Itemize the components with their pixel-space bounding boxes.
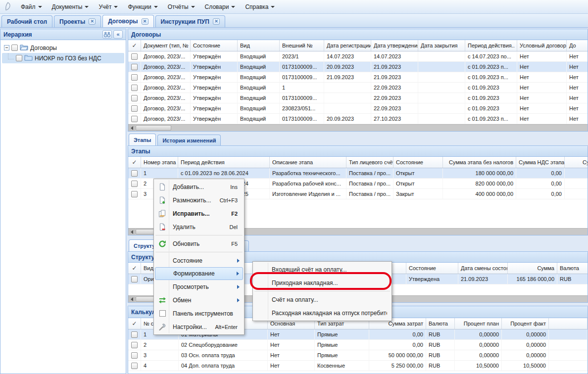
menu-item-delete[interactable]: УдалитьDel [155, 220, 243, 234]
menu-item-refresh[interactable]: ОбновитьF5 [155, 237, 243, 250]
row-checkbox[interactable] [131, 276, 138, 282]
search-icon[interactable] [102, 30, 112, 39]
column-header[interactable]: ✓ [128, 40, 141, 51]
column-header[interactable]: Внешний № [280, 40, 324, 51]
menu-item-clone[interactable]: Размножить...Ctrl+F3 [155, 193, 243, 207]
menubar-item-3[interactable]: Функции [123, 2, 162, 12]
column-header[interactable]: Номер этапа [141, 157, 178, 168]
menubar-item-5[interactable]: Словари [200, 2, 241, 12]
tree-expander-icon[interactable] [4, 45, 9, 50]
row-checkbox[interactable] [131, 105, 138, 112]
row-checkbox[interactable] [131, 74, 138, 81]
row-checkbox[interactable] [131, 85, 138, 91]
column-header[interactable]: Дата смены состоя [458, 263, 508, 274]
row-checkbox[interactable] [131, 181, 138, 187]
menu-item-generate[interactable]: Формирование [155, 267, 243, 280]
table-row[interactable]: Договор, 2023/...УтверждёнВходящий2023/1… [128, 51, 588, 62]
menu-item-add[interactable]: Добавить...Ins [155, 180, 243, 193]
menu-item-receipt-note[interactable]: Приходная накладная... [254, 276, 391, 289]
menu-item-settings[interactable]: Настройки...Alt+Enter [155, 320, 243, 333]
row-checkbox[interactable] [131, 64, 138, 70]
row-checkbox[interactable] [131, 95, 138, 101]
column-header[interactable]: Вид [238, 40, 280, 51]
menu-item-incoming-invoice[interactable]: Входящий счёт на оплату... [254, 263, 391, 276]
tree-checkbox[interactable] [11, 45, 18, 51]
horizontal-scrollbar[interactable] [128, 124, 588, 131]
menu-item-view[interactable]: Просмотреть [155, 280, 243, 293]
table-row[interactable]: 303 Осн. оплата трудаНетПрямые50 000 000… [128, 350, 588, 361]
column-header[interactable]: Период действия.. [465, 40, 517, 51]
column-header[interactable]: Валюта [426, 318, 455, 329]
menubar-item-6[interactable]: Справка [240, 2, 280, 12]
table-row[interactable]: Договор, 2023/...УтверждёнВходящий017310… [128, 93, 588, 103]
table-row[interactable]: Договор, 2023/...УтверждёнВходящий017310… [128, 72, 588, 83]
table-row[interactable]: 1с 01.09.2023 по 28.06.2024Разработка те… [128, 168, 588, 179]
table-row[interactable]: Договор, 2023/...УтверждёнВходящий230823… [128, 103, 588, 114]
column-header[interactable]: Период действия [178, 157, 270, 168]
tab-close-icon[interactable]: ✕ [89, 18, 96, 25]
tree-node-niokr[interactable]: НИОКР по ГОЗ без НДС [2, 53, 124, 63]
column-header[interactable]: Дата закрытия [418, 40, 465, 51]
column-header[interactable]: Дата регистрации. [324, 40, 371, 51]
tab-close-icon[interactable]: ✕ [142, 18, 148, 25]
column-header[interactable]: До [567, 40, 588, 51]
tab-2[interactable]: Договоры✕ [102, 15, 153, 27]
column-header[interactable]: Состояние [393, 157, 443, 168]
menubar-item-2[interactable]: Учёт [94, 2, 123, 12]
column-header[interactable]: Сумма НДС этапа [516, 157, 565, 168]
tab-history[interactable]: История изменений [157, 135, 221, 145]
table-row[interactable]: 202 СпецоборудованиеНетПрямые0,00RUB0,00… [128, 340, 588, 350]
scroll-left-icon[interactable] [128, 125, 135, 131]
scroll-left-icon[interactable] [128, 296, 135, 302]
column-header[interactable]: Сумма этапа без налогов [443, 157, 516, 168]
column-header[interactable]: Описание этапа [270, 157, 346, 168]
row-checkbox[interactable] [131, 363, 138, 369]
column-header[interactable]: ✓ [128, 157, 141, 168]
table-row[interactable]: Договор, 2023/...УтверждёнВходящий122.09… [128, 83, 588, 93]
column-header[interactable]: ✓ [128, 263, 141, 274]
menu-item-expense-note[interactable]: Расходная накладная на отпуск потребител… [254, 306, 391, 320]
table-row[interactable]: Договор, 2023/...УтверждёнВходящий017310… [128, 62, 588, 72]
column-header[interactable]: Дата утверждения [371, 40, 418, 51]
row-checkbox[interactable] [131, 191, 138, 197]
row-checkbox[interactable] [131, 352, 138, 359]
table-row[interactable]: 404 Доп. оплата трудаНетКосвенные5 250 0… [128, 361, 588, 371]
tab-close-icon[interactable]: ✕ [213, 18, 220, 25]
menubar-item-0[interactable]: Файл [16, 2, 47, 12]
menu-item-invoice[interactable]: Счёт на оплату... [254, 293, 391, 306]
scroll-left-icon[interactable] [128, 229, 135, 235]
tree-node-contracts[interactable]: Договоры [2, 43, 124, 53]
tab-3[interactable]: Инструкции ПУП✕ [155, 15, 225, 27]
menu-item-label: Настройки... [173, 324, 211, 330]
tab-0[interactable]: Рабочий стол [1, 15, 52, 27]
menubar-item-4[interactable]: Отчёты [163, 2, 200, 12]
column-header[interactable]: Валюта [557, 263, 588, 274]
column-header[interactable]: Сумма [508, 263, 557, 274]
collapse-panel-icon[interactable]: « [113, 30, 123, 39]
row-checkbox[interactable] [131, 331, 138, 338]
row-checkbox[interactable] [131, 53, 138, 60]
column-header[interactable]: Условный договор [517, 40, 567, 51]
menu-item-state[interactable]: Состояние [155, 254, 243, 267]
row-checkbox[interactable] [131, 170, 138, 177]
tab-1[interactable]: Проекты✕ [54, 15, 101, 27]
column-header[interactable]: Сумма эт [565, 157, 588, 168]
menu-item-toolbar-panel[interactable]: Панель инструментов [155, 307, 243, 320]
column-header[interactable]: Процент план [455, 318, 502, 329]
column-header[interactable] [549, 318, 588, 329]
row-checkbox[interactable] [131, 116, 138, 122]
menu-item-edit[interactable]: Исправить...F2 [155, 207, 243, 220]
column-header[interactable]: Документ (тип, № [141, 40, 191, 51]
table-row[interactable]: Договор, 2023/...УтверждёнВходящий017310… [128, 114, 588, 124]
menubar-item-1[interactable]: Документы [47, 2, 94, 12]
scrollbar-thumb[interactable] [136, 125, 171, 131]
menu-item-exchange[interactable]: Обмен [155, 293, 243, 307]
column-header[interactable]: Тип лицевого счёт [346, 157, 393, 168]
tree-checkbox[interactable] [16, 55, 22, 61]
column-header[interactable]: Процент факт [502, 318, 549, 329]
column-header[interactable]: ✓ [128, 318, 141, 329]
row-checkbox[interactable] [131, 342, 138, 348]
column-header[interactable]: Состояние [406, 263, 458, 274]
tab-stages[interactable]: Этапы [129, 134, 156, 145]
column-header[interactable]: Состояние [191, 40, 238, 51]
